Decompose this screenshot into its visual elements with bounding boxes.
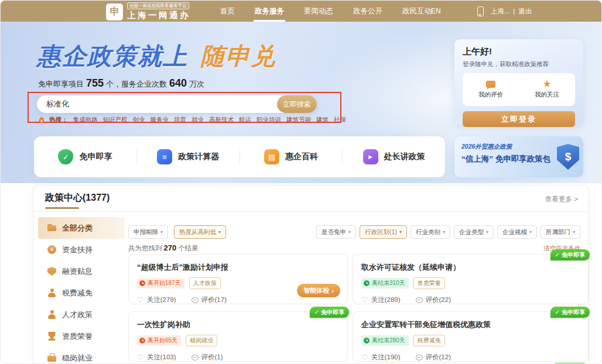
view-more-link[interactable]: 查看更多 > <box>545 195 578 204</box>
search-button[interactable]: 立即搜索 <box>277 95 317 113</box>
comment-icon <box>416 297 423 303</box>
my-follows-shortcut[interactable]: ★ 我的关注 <box>519 73 575 106</box>
user-name[interactable]: 上海... <box>491 7 510 16</box>
stats-project-count: 755 <box>84 77 106 89</box>
my-reviews-shortcut[interactable]: 我的评价 <box>463 73 519 106</box>
hot-tag[interactable]: 知识产权 <box>103 116 128 124</box>
hot-tag[interactable]: 就业 <box>191 116 204 124</box>
hot-tag[interactable]: 服务业 <box>150 116 169 124</box>
title-underline <box>45 207 79 209</box>
policy-card[interactable]: ✓免申即享 一次性扩岗补助 离开始65天 稳岗就业 ♡关注(103) 评价(1) <box>128 311 348 362</box>
nav-public-disclosure[interactable]: 政务公开 <box>343 1 392 22</box>
tag-row: 离结束310天 资质荣誉 <box>361 277 580 289</box>
exempt-application-icon: ✓ <box>58 149 73 164</box>
follow-button[interactable]: ♡关注(190) <box>361 353 401 362</box>
review-button[interactable]: 评价(12) <box>416 353 451 362</box>
sidebar-label: 资质荣誉 <box>62 331 93 342</box>
person-icon <box>47 310 56 319</box>
category-tag: 稳岗就业 <box>186 335 217 346</box>
feature-director-lectures[interactable]: ▶ 处长讲政策 <box>343 149 445 164</box>
clock-icon <box>364 338 370 344</box>
brand-text: 全国一体化在线政务服务平台 上海一网通办 <box>127 2 190 21</box>
hot-tag[interactable]: 建筑节能 <box>286 116 311 124</box>
follow-button[interactable]: ♡关注(289) <box>361 296 401 304</box>
stats-text: 万次 <box>189 80 204 88</box>
check-icon: ✓ <box>555 252 560 258</box>
hot-tag[interactable]: 集成电路 <box>73 116 98 124</box>
feature-encyclopedia[interactable]: ▤ 惠企百科 <box>240 149 343 164</box>
feature-policy-calculator[interactable]: ≡ 政策计算器 <box>137 149 240 164</box>
star-icon: ★ <box>542 81 551 88</box>
category-tag: 人才政策 <box>189 277 221 289</box>
clock-icon <box>364 280 370 286</box>
search-input[interactable] <box>37 95 317 113</box>
review-button[interactable]: 评价(1) <box>191 353 223 362</box>
review-button[interactable]: 评价(22) <box>416 296 451 304</box>
filter-district[interactable]: 行政区划(1) ▾ <box>360 225 407 239</box>
filter-label: 企业类型 <box>459 228 484 236</box>
filter-enterprise-scale[interactable]: 企业规模 ▾ <box>497 225 537 239</box>
my-reviews-label: 我的评价 <box>478 91 503 99</box>
filter-enterprise-type[interactable]: 企业类型 ▾ <box>454 225 494 239</box>
clock-icon <box>139 338 145 344</box>
language-switch[interactable]: EN <box>431 7 441 15</box>
filter-exempt[interactable]: 是否免申 ▾ <box>316 225 356 239</box>
hot-tag[interactable]: 培育 <box>174 116 186 124</box>
brand[interactable]: 申 全国一体化在线政务服务平台 上海一网通办 <box>106 2 190 21</box>
sidebar-item-loan-discount[interactable]: 融资贴息 <box>38 260 125 282</box>
policy-card[interactable]: “超级博士后”激励计划申报 离开始187天 人才政策 ♡关注(279) 评价(1… <box>128 254 348 304</box>
nav-home[interactable]: 首页 <box>210 1 245 22</box>
hot-tag[interactable]: 创业 <box>133 116 145 124</box>
person-icon <box>47 289 56 297</box>
follow-button[interactable]: ♡关注(103) <box>137 353 176 362</box>
feature-label: 免申即享 <box>79 152 112 162</box>
follow-button[interactable]: ♡关注(279) <box>137 296 176 304</box>
hero-title: 惠企政策就上 随申兑 <box>37 40 276 73</box>
shield-icon <box>47 267 56 276</box>
promo-banner[interactable]: 2026外贸惠企政策 “信上海” 免申即享政策包 $ <box>454 136 583 177</box>
hot-tag[interactable]: 职业培训 <box>256 116 281 124</box>
hot-tag[interactable]: 高新技术 <box>209 116 234 124</box>
sidebar-item-qualification-honor[interactable]: 资质荣誉 <box>38 325 125 347</box>
login-button[interactable]: 立即登录 <box>463 111 575 127</box>
logout-link[interactable]: 退出 <box>518 7 532 16</box>
filter-industry[interactable]: 行业类别 ▾ <box>411 225 450 239</box>
hot-tag[interactable]: 社保 <box>334 116 346 124</box>
heart-icon: ♡ <box>361 297 368 303</box>
filter-group-right: 是否免申 ▾ 行政区划(1) ▾ 行业类别 ▾ 企业类型 ▾ 企业规模 ▾ 所属… <box>316 225 580 239</box>
filter-sort-by-heat[interactable]: 热度从高到低 ▾ <box>174 225 226 239</box>
hot-tag[interactable]: 建筑 <box>316 116 329 124</box>
policy-card[interactable]: ✓免申即享 取水许可证核发（延续申请） 离结束310天 资质荣誉 ♡关注(289… <box>353 254 589 304</box>
sidebar-label: 税费减免 <box>62 288 93 298</box>
policy-card[interactable]: ✓免申即享 企业安置军转干部免征增值税优惠政策 离结束280天 税费减免 ♡关注… <box>353 311 589 362</box>
divider: | <box>513 8 515 15</box>
category-tag: 资质荣誉 <box>413 277 445 289</box>
main-nav: 首页 政务服务 要闻动态 政务公开 政民互动 <box>210 1 442 22</box>
comment-icon <box>191 297 199 303</box>
chevron-down-icon: ▾ <box>529 229 532 235</box>
login-shortcuts: 我的评价 ★ 我的关注 <box>463 73 575 106</box>
smart-check-button[interactable]: 智能体检› <box>297 284 340 297</box>
filter-department[interactable]: 所属部门 ▾ <box>541 225 580 239</box>
hot-tag[interactable]: 航运 <box>239 116 251 124</box>
stats-text: 个，服务企业次数 <box>106 80 167 88</box>
sidebar-item-tax-reduction[interactable]: 税费减免 <box>38 282 125 304</box>
topbar-right: EN 上海... | 退出 <box>431 1 532 22</box>
nav-news[interactable]: 要闻动态 <box>294 1 343 22</box>
mobile-icon[interactable] <box>477 6 484 16</box>
sidebar-item-all-categories[interactable]: 全部分类 <box>38 217 125 239</box>
sidebar-label: 资金扶持 <box>62 245 93 255</box>
sidebar-item-talent-policy[interactable]: 人才政策 <box>38 304 125 325</box>
divider <box>33 211 589 212</box>
sidebar-item-funding-support[interactable]: 资金扶持 <box>38 239 125 260</box>
nav-government-services[interactable]: 政务服务 <box>245 1 294 22</box>
filter-application-period[interactable]: 申报期限 ▾ <box>128 225 168 239</box>
sidebar-item-employment[interactable]: 稳岗就业 <box>38 347 125 364</box>
filter-group-left: 申报期限 ▾ 热度从高到低 ▾ <box>128 225 226 239</box>
feature-strip: ✓ 免申即享 ≡ 政策计算器 ▤ 惠企百科 ▶ 处长讲政策 <box>34 136 445 177</box>
feature-exempt-application[interactable]: ✓ 免申即享 <box>34 149 136 164</box>
results-text: 共为您找到 <box>128 245 162 252</box>
calculator-icon: ≡ <box>157 149 172 164</box>
review-button[interactable]: 评价(17) <box>191 296 227 304</box>
folder-icon <box>47 224 56 232</box>
